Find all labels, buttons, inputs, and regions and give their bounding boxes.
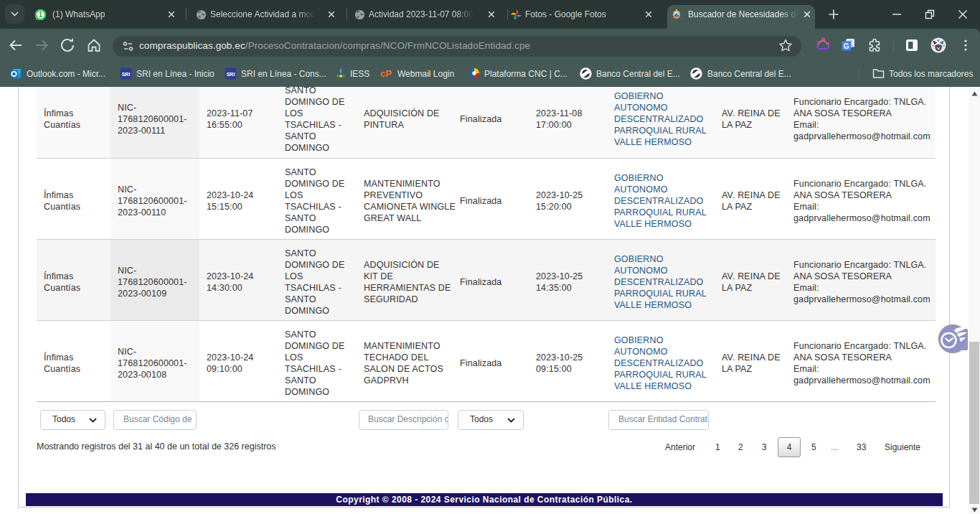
svg-text:SRI: SRI <box>227 72 235 77</box>
svg-text:cP: cP <box>380 68 392 79</box>
svg-text:1: 1 <box>39 11 43 19</box>
svg-text:G: G <box>844 42 849 50</box>
svg-text:SRI: SRI <box>122 72 131 77</box>
